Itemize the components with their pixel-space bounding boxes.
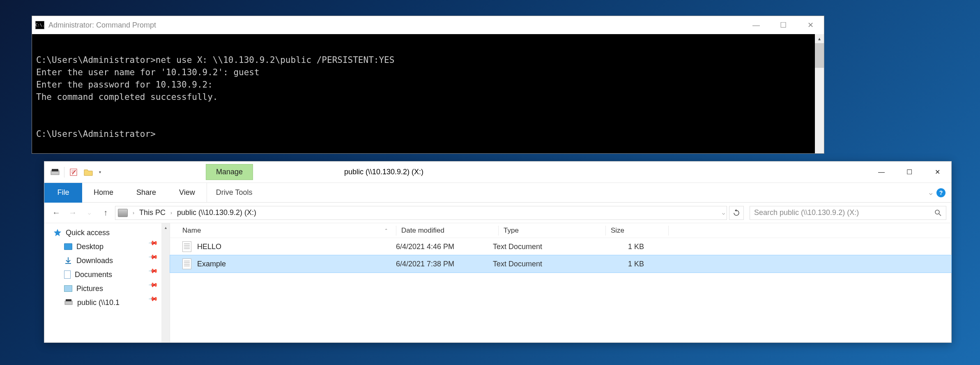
text-file-icon [182,259,191,269]
new-folder-icon[interactable] [81,166,96,179]
sidebar-item-documents[interactable]: Documents 📌 [44,268,170,282]
file-list[interactable]: Name ⌃ Date modified Type Size HELLO 6/4… [170,223,951,342]
column-headers[interactable]: Name ⌃ Date modified Type Size [170,223,951,238]
qat-customize-dropdown[interactable]: ▾ [96,166,104,179]
column-date-modified[interactable]: Date modified [401,226,498,235]
column-size[interactable]: Size [611,226,668,235]
sidebar-item-pictures[interactable]: Pictures 📌 [44,282,170,296]
sidebar-item-label: public (\\10.1 [77,298,120,307]
quick-access-toolbar: ▾ [44,166,107,179]
svg-line-4 [939,214,941,216]
breadcrumb-current[interactable]: public (\\10.130.9.2) (X:) [177,208,256,217]
share-tab[interactable]: Share [125,183,168,203]
breadcrumb-root[interactable]: This PC [139,208,166,217]
window-title: public (\\10.130.9.2) (X:) [344,168,423,176]
explorer-titlebar[interactable]: ▾ Manage public (\\10.130.9.2) (X:) — ☐ … [44,162,951,183]
file-type: Text Document [493,243,595,251]
quick-access-node[interactable]: Quick access [44,226,170,240]
cmd-output[interactable]: C:\Users\Administrator>net use X: \\10.1… [32,34,824,153]
sidebar-item-desktop[interactable]: Desktop 📌 [44,240,170,254]
sidebar-item-label: Downloads [76,256,113,265]
scroll-thumb[interactable] [815,43,824,68]
cmd-scrollbar[interactable]: ▴ [815,34,824,153]
column-type[interactable]: Type [504,226,605,235]
text-file-icon [182,241,191,252]
chevron-right-icon[interactable]: › [168,210,175,216]
address-bar[interactable]: › This PC › public (\\10.130.9.2) (X:) ⌵ [115,206,727,220]
sidebar-item-downloads[interactable]: Downloads 📌 [44,254,170,268]
sidebar-item-label: Desktop [76,243,104,251]
sidebar-item-public[interactable]: public (\\10.1 📌 [44,296,170,310]
properties-icon[interactable] [66,166,81,179]
desktop-icon [64,243,72,250]
svg-rect-1 [52,169,58,171]
sort-indicator-icon: ⌃ [384,228,388,233]
documents-icon [64,270,71,279]
close-button[interactable]: ✕ [923,162,951,182]
drive-icon[interactable] [48,166,62,179]
scroll-up-icon[interactable]: ▴ [815,34,824,43]
search-placeholder: Search public (\\10.130.9.2) (X:) [754,208,859,217]
help-icon[interactable]: ? [936,188,945,197]
file-name: Example [197,260,396,268]
file-explorer-window: ▾ Manage public (\\10.130.9.2) (X:) — ☐ … [44,161,952,343]
search-input[interactable]: Search public (\\10.130.9.2) (X:) [750,206,946,220]
scroll-up-icon[interactable]: ▴ [161,223,170,231]
cmd-title: Administrator: Command Prompt [48,21,156,30]
column-name[interactable]: Name ⌃ [182,226,396,235]
nav-pane-scrollbar[interactable]: ▴ [161,223,170,342]
minimize-button[interactable]: — [743,16,770,34]
file-row[interactable]: HELLO 6/4/2021 4:46 PM Text Document 1 K… [170,238,951,255]
network-drive-icon [64,299,73,306]
quick-access-label: Quick access [66,229,110,237]
downloads-icon [64,256,72,265]
file-tab[interactable]: File [44,183,82,203]
address-history-dropdown[interactable]: ⌵ [722,210,725,216]
address-bar-row: ← → ⌵ ↑ › This PC › public (\\10.130.9.2… [44,203,951,223]
recent-locations-dropdown[interactable]: ⌵ [82,206,96,220]
drive-icon [118,209,128,217]
cmd-icon: C:\. [35,21,44,29]
svg-rect-6 [66,299,71,301]
drive-tools-tab[interactable]: Drive Tools [207,183,262,203]
forward-button[interactable]: → [66,206,80,220]
up-button[interactable]: ↑ [99,206,113,220]
file-date: 6/4/2021 4:46 PM [396,243,493,251]
file-date: 6/4/2021 7:38 PM [396,260,493,268]
minimize-button[interactable]: — [867,162,895,182]
explorer-body: Quick access Desktop 📌 Downloads 📌 Docum… [44,223,951,342]
cmd-titlebar[interactable]: C:\. Administrator: Command Prompt — ☐ ✕ [32,16,824,34]
close-button[interactable]: ✕ [797,16,824,34]
maximize-button[interactable]: ☐ [770,16,797,34]
navigation-pane[interactable]: Quick access Desktop 📌 Downloads 📌 Docum… [44,223,170,342]
svg-point-3 [935,210,939,214]
star-icon [53,229,62,237]
sidebar-item-label: Documents [75,270,112,279]
sidebar-item-label: Pictures [76,284,103,293]
pictures-icon [64,285,72,292]
ribbon: File Home Share View Drive Tools ⌵ ? [44,183,951,203]
maximize-button[interactable]: ☐ [895,162,923,182]
home-tab[interactable]: Home [82,183,125,203]
file-type: Text Document [493,260,595,268]
qat-separator [64,167,64,178]
file-size: 1 KB [595,243,652,251]
file-name: HELLO [197,243,396,251]
file-row[interactable]: Example 6/4/2021 7:38 PM Text Document 1… [170,255,951,273]
svg-rect-5 [65,301,72,305]
chevron-right-icon[interactable]: › [130,210,137,216]
back-button[interactable]: ← [49,206,63,220]
view-tab[interactable]: View [168,183,207,203]
search-icon[interactable] [934,209,942,217]
manage-contextual-tab[interactable]: Manage [206,164,253,180]
file-size: 1 KB [595,260,652,268]
ribbon-expand-icon[interactable]: ⌵ [929,189,932,196]
command-prompt-window: C:\. Administrator: Command Prompt — ☐ ✕… [32,16,824,154]
refresh-button[interactable] [729,206,744,220]
